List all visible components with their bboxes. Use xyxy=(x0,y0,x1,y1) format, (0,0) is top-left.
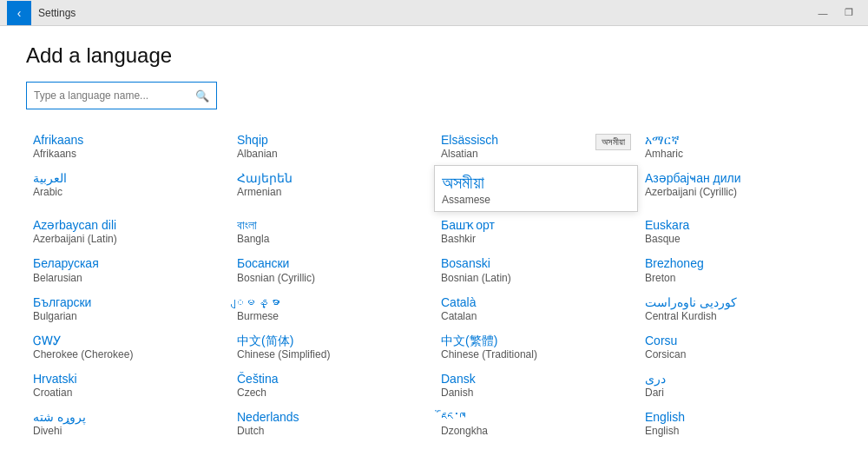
search-input[interactable] xyxy=(34,89,190,102)
list-item[interactable]: ČeštinaCzech xyxy=(230,366,434,404)
language-native-name: Башҡорт xyxy=(441,217,631,233)
language-native-name: Euskara xyxy=(645,217,835,233)
list-item[interactable]: ElsässischAlsatianঅসমীয়া xyxy=(434,127,638,165)
list-item[interactable]: AfrikaansAfrikaans xyxy=(26,127,230,165)
language-english-name: Czech xyxy=(237,387,427,399)
list-item[interactable]: EnglishEnglish xyxy=(638,404,842,442)
list-item[interactable]: كوردیی ناوەراستCentral Kurdish xyxy=(638,289,842,327)
language-native-name: ᏣᎳᎩ xyxy=(33,333,223,348)
language-native-name: Afrikaans xyxy=(33,132,223,148)
language-native-name: ျမန္မာ xyxy=(237,294,427,310)
language-native-name: বাংলা xyxy=(237,217,427,233)
list-item[interactable]: BosanskiBosnian (Latin) xyxy=(434,250,638,288)
language-english-name: Burmese xyxy=(237,310,427,322)
language-english-name: Belarusian xyxy=(33,272,223,284)
search-icon: 🔍 xyxy=(195,89,209,102)
list-item[interactable]: 中文(简体)Chinese (Simplified) xyxy=(230,327,434,366)
language-native-name: አማርኛ xyxy=(645,132,835,148)
language-english-name: Central Kurdish xyxy=(645,310,835,322)
back-button[interactable]: ‹ xyxy=(7,1,31,25)
language-native-name: كوردیی ناوەراست xyxy=(645,294,835,310)
list-item[interactable]: Azərbaycan diliAzerbaijani (Latin) xyxy=(26,212,230,250)
list-item[interactable]: EuskaraBasque xyxy=(638,212,842,250)
language-native-name: অসমীয়া xyxy=(442,171,630,194)
list-item[interactable]: العربيةArabic xyxy=(26,165,230,212)
list-item[interactable]: CatalàCatalan xyxy=(434,289,638,327)
language-native-name: 中文(简体) xyxy=(237,333,427,348)
language-english-name: Azerbaijani (Cyrillic) xyxy=(645,186,835,198)
language-english-name: Bosnian (Cyrillic) xyxy=(237,272,427,284)
list-item[interactable]: Азәрбајҹан дилиAzerbaijani (Cyrillic) xyxy=(638,165,842,212)
language-native-name: Български xyxy=(33,294,223,310)
language-english-name: English xyxy=(645,425,835,437)
language-native-name: Dansk xyxy=(441,371,631,387)
language-native-name: ཇོང་ཁ xyxy=(441,409,631,425)
language-english-name: Arabic xyxy=(33,186,223,198)
language-english-name: Armenian xyxy=(237,186,427,198)
restore-button[interactable]: ❐ xyxy=(837,3,861,23)
list-item[interactable]: ཇོང་ཁDzongkha xyxy=(434,404,638,442)
list-item[interactable]: DanskDanish xyxy=(434,366,638,404)
titlebar-controls: — ❐ xyxy=(811,3,861,23)
list-item[interactable]: ျမန္မာBurmese xyxy=(230,289,434,327)
language-english-name: Dzongkha xyxy=(441,425,631,437)
list-item[interactable]: BrezhonegBreton xyxy=(638,250,842,288)
minimize-button[interactable]: — xyxy=(811,3,835,23)
minimize-icon: — xyxy=(819,8,828,18)
list-item[interactable]: ShqipAlbanian xyxy=(230,127,434,165)
language-badge: অসমীয়া xyxy=(595,134,631,150)
list-item[interactable]: БашҡортBashkir xyxy=(434,212,638,250)
language-english-name: Albanian xyxy=(237,148,427,160)
language-native-name: Босански xyxy=(237,255,427,271)
language-native-name: دری xyxy=(645,371,835,387)
language-english-name: Azerbaijani (Latin) xyxy=(33,233,223,245)
language-english-name: Bangla xyxy=(237,233,427,245)
language-english-name: Corsican xyxy=(645,348,835,360)
page-title: Add a language xyxy=(26,43,842,68)
language-native-name: English xyxy=(645,409,835,425)
titlebar-title: Settings xyxy=(38,7,76,19)
list-item[interactable]: বাংলাBangla xyxy=(230,212,434,250)
back-icon: ‹ xyxy=(17,6,22,20)
language-english-name: Bulgarian xyxy=(33,310,223,322)
list-item[interactable]: HrvatskiCroatian xyxy=(26,366,230,404)
list-item[interactable]: አማርኛAmharic xyxy=(638,127,842,165)
list-item[interactable]: БосанскиBosnian (Cyrillic) xyxy=(230,250,434,288)
language-native-name: 中文(繁體) xyxy=(441,333,631,348)
language-english-name: Dutch xyxy=(237,425,427,437)
language-native-name: Azərbaycan dili xyxy=(33,217,223,233)
language-native-name: Беларуская xyxy=(33,255,223,271)
list-item[interactable]: অসমীয়াAssamese xyxy=(434,165,638,212)
language-native-name: Азәрбајҹан дили xyxy=(645,170,835,186)
language-native-name: Nederlands xyxy=(237,409,427,425)
language-english-name: Afrikaans xyxy=(33,148,223,160)
list-item[interactable]: ᏣᎳᎩCherokee (Cherokee) xyxy=(26,327,230,366)
list-item[interactable]: БеларускаяBelarusian xyxy=(26,250,230,288)
titlebar: ‹ Settings — ❐ xyxy=(0,0,868,26)
language-english-name: Chinese (Traditional) xyxy=(441,348,631,360)
list-item[interactable]: 中文(繁體)Chinese (Traditional) xyxy=(434,327,638,366)
language-english-name: Catalan xyxy=(441,310,631,322)
language-english-name: Cherokee (Cherokee) xyxy=(33,348,223,360)
search-box[interactable]: 🔍 xyxy=(26,82,217,109)
language-english-name: Dari xyxy=(645,387,835,399)
list-item[interactable]: دریDari xyxy=(638,366,842,404)
language-english-name: Croatian xyxy=(33,387,223,399)
language-native-name: پروړه شته xyxy=(33,409,223,425)
list-item[interactable]: CorsuCorsican xyxy=(638,327,842,366)
language-english-name: Divehi xyxy=(33,425,223,437)
list-item[interactable]: ՀայերենArmenian xyxy=(230,165,434,212)
list-item[interactable]: БългарскиBulgarian xyxy=(26,289,230,327)
language-english-name: Amharic xyxy=(645,148,835,160)
language-english-name: Breton xyxy=(645,272,835,284)
languages-grid: AfrikaansAfrikaansShqipAlbanianElsässisc… xyxy=(26,127,842,442)
language-native-name: Čeština xyxy=(237,371,427,387)
main-content: Add a language 🔍 AfrikaansAfrikaansShqip… xyxy=(0,26,868,476)
list-item[interactable]: NederlandsDutch xyxy=(230,404,434,442)
language-native-name: Corsu xyxy=(645,333,835,348)
language-english-name: Basque xyxy=(645,233,835,245)
list-item[interactable]: پروړه شتهDivehi xyxy=(26,404,230,442)
language-native-name: Hrvatski xyxy=(33,371,223,387)
language-native-name: Bosanski xyxy=(441,255,631,271)
language-native-name: العربية xyxy=(33,170,223,186)
